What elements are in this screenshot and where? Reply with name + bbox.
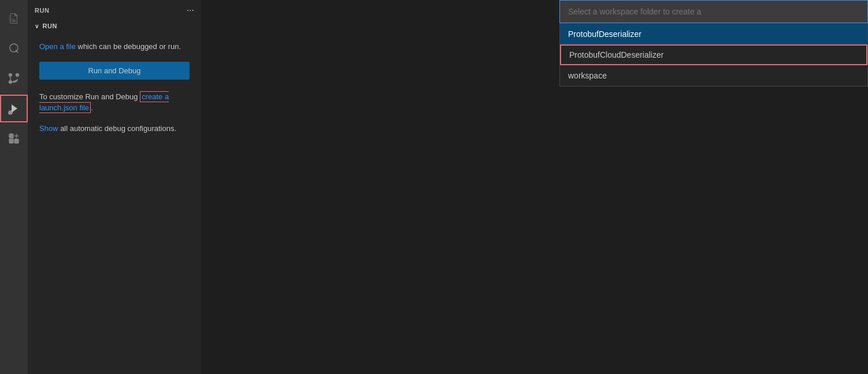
files-icon [7,12,21,25]
editor-area: ProtobufDeserializer ProtobufCloudDeseri… [201,0,868,374]
open-file-suffix: which can be debugged or run. [76,42,181,51]
workspace-dropdown: ProtobufDeserializer ProtobufCloudDeseri… [559,0,868,87]
search-icon [7,42,21,55]
dropdown-item-workspace[interactable]: workspace [560,65,867,86]
dropdown-list: ProtobufDeserializer ProtobufCloudDeseri… [559,23,868,87]
source-control-icon [7,72,21,85]
more-actions-button[interactable]: ··· [187,5,194,16]
show-configs-link[interactable]: Show [39,124,58,133]
panel-content: Open a file which can be debugged or run… [28,32,201,374]
section-header: ∨ RUN [28,20,201,32]
section-label: RUN [43,23,57,29]
dropdown-item-protobuf-deserializer[interactable]: ProtobufDeserializer [560,24,867,44]
activity-item-source-control[interactable] [0,65,28,92]
panel-title: RUN [35,7,49,14]
activity-item-search[interactable] [0,35,28,62]
panel-header: RUN ··· [28,0,201,20]
svg-point-1 [16,74,19,77]
activity-item-explorer[interactable] [0,5,28,32]
chevron-icon: ∨ [35,23,39,29]
run-debug-icon [7,102,21,115]
activity-item-run-debug[interactable] [0,95,28,122]
svg-rect-4 [9,139,13,143]
customize-text: To customize Run and Debug create a laun… [39,91,190,114]
svg-rect-6 [9,134,13,138]
customize-prefix: To customize Run and Debug [39,92,140,101]
open-file-link[interactable]: Open a file [39,42,76,51]
show-configs-suffix: all automatic debug configurations. [58,124,177,133]
workspace-folder-input[interactable] [559,0,868,23]
extensions-icon [7,132,21,145]
run-panel: RUN ··· ∨ RUN Open a file which can be d… [28,0,201,374]
create-launch-period: . [91,103,93,112]
activity-item-extensions[interactable] [0,125,28,152]
activity-bar [0,0,28,374]
open-file-text: Open a file which can be debugged or run… [39,41,190,53]
run-debug-button[interactable]: Run and Debug [39,62,190,80]
dropdown-item-protobuf-cloud-deserializer[interactable]: ProtobufCloudDeserializer [560,44,867,65]
svg-rect-5 [14,139,18,143]
show-configs-text: Show all automatic debug configurations. [39,123,190,134]
